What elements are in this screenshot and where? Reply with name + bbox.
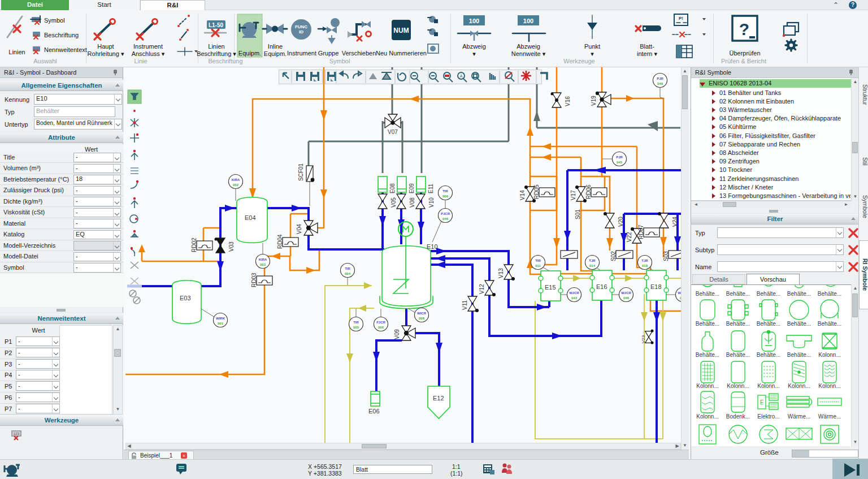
- svg-text:Behälte...: Behälte...: [787, 291, 811, 297]
- svg-text:NUM: NUM: [393, 27, 409, 34]
- svg-text:Behälte...: Behälte...: [696, 291, 719, 297]
- svg-text:E: E: [760, 399, 764, 405]
- svg-text:Elektro...: Elektro...: [757, 413, 779, 420]
- svg-text:Wärme...: Wärme...: [818, 413, 841, 420]
- svg-text:Kolonn...: Kolonn...: [696, 383, 718, 389]
- svg-text:Kolonn...: Kolonn...: [696, 413, 718, 420]
- svg-text:A: A: [460, 74, 463, 78]
- svg-text:Kolonn...: Kolonn...: [727, 383, 749, 389]
- svg-text:Wärme...: Wärme...: [788, 413, 811, 420]
- svg-text:123: 123: [14, 432, 20, 435]
- svg-text:Behälte...: Behälte...: [696, 352, 719, 358]
- svg-text:L1-50: L1-50: [209, 22, 224, 28]
- svg-text:Behälte...: Behälte...: [696, 321, 719, 327]
- svg-text:Bodenk...: Bodenk...: [726, 413, 750, 420]
- svg-text:Behälte...: Behälte...: [757, 321, 780, 327]
- svg-text:Behälte...: Behälte...: [726, 352, 750, 358]
- svg-text:100: 100: [523, 18, 533, 24]
- svg-text:Kolonn...: Kolonn...: [818, 352, 840, 358]
- svg-text:Behälte...: Behälte...: [787, 321, 811, 327]
- svg-text:Behälte...: Behälte...: [787, 352, 811, 358]
- svg-text:?: ?: [739, 20, 749, 38]
- svg-text:Behälte...: Behälte...: [757, 352, 780, 358]
- svg-text:P!: P!: [679, 16, 683, 21]
- svg-text:FUNC: FUNC: [295, 24, 307, 29]
- svg-text:Behälte...: Behälte...: [818, 321, 841, 327]
- svg-text:Behälte...: Behälte...: [757, 291, 780, 297]
- svg-text:ID: ID: [299, 29, 303, 34]
- svg-text:Behälte...: Behälte...: [818, 291, 841, 297]
- svg-text:Behälte...: Behälte...: [726, 321, 750, 327]
- svg-text:Kolonn...: Kolonn...: [757, 383, 779, 389]
- svg-text:Kolonn...: Kolonn...: [788, 383, 810, 389]
- svg-text:Kolonn...: Kolonn...: [818, 383, 840, 389]
- svg-text:Behälte...: Behälte...: [726, 291, 750, 297]
- svg-text:100: 100: [469, 18, 479, 24]
